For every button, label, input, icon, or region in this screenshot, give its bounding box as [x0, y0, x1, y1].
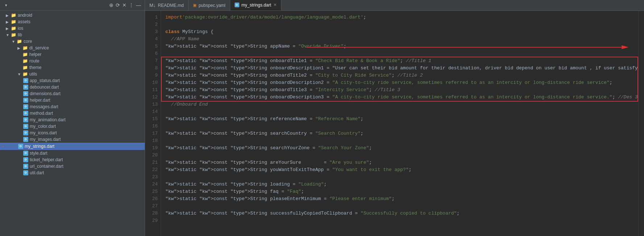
sidebar-item-my_strings[interactable]: → D my_strings.dart [0, 143, 145, 150]
item-label: my_animation.dart [30, 117, 66, 122]
code-line: "kw">static "kw">const "type">String onb… [165, 57, 634, 65]
add-icon[interactable]: ⊕ [109, 2, 113, 8]
code-line: "kw">static "kw">const "type">String ref… [165, 115, 634, 123]
dart-file-icon: D [23, 98, 28, 103]
sidebar-item-ios[interactable]: ▶ 📁 ios [0, 25, 145, 32]
tab-my-strings[interactable]: D my_strings.dart ✕ [230, 0, 281, 11]
dart-file-icon: D [23, 124, 28, 129]
sidebar-item-theme[interactable]: 📁 theme [0, 64, 145, 71]
dart-file-icon: D [23, 130, 28, 135]
collapse-arrow: ▶ [6, 20, 11, 24]
item-label: my_images.dart [30, 137, 61, 142]
collapse-arrow: ▼ [17, 72, 22, 76]
folder-icon: 📁 [11, 19, 16, 24]
sidebar-item-route[interactable]: 📁 route [0, 58, 145, 64]
code-line: "kw">static "kw">const "type">String app… [165, 43, 634, 50]
item-label: style.dart [30, 151, 48, 156]
sidebar-item-my_color[interactable]: D my_color.dart [0, 123, 145, 130]
folder-icon: 📁 [11, 13, 16, 18]
dart-file-icon: D [23, 104, 28, 109]
dart-file-icon: D [23, 137, 28, 142]
sidebar-item-url_container[interactable]: D url_container.dart [0, 163, 145, 170]
sidebar-item-app_status[interactable]: D app_status.dart [0, 77, 145, 84]
sidebar-item-method[interactable]: D method.dart [0, 110, 145, 117]
code-line: "kw">static "kw">const "type">String sea… [165, 130, 634, 137]
tab-readme[interactable]: M↓ README.md [145, 0, 189, 11]
tab-close-icon[interactable]: ✕ [273, 3, 277, 7]
folder-icon: 📁 [22, 58, 28, 64]
code-line [165, 217, 634, 224]
sidebar-item-messages[interactable]: D messages.dart [0, 103, 145, 110]
code-line: "kw">static "kw">const "type">String suc… [165, 210, 634, 217]
code-line: "kw">static "kw">const "type">String sea… [165, 145, 634, 152]
dart-file-icon: D [23, 117, 28, 122]
item-label: lib [18, 32, 22, 37]
file-tree: ▶ 📁 android ▶ 📁 assets ▶ 📁 ios ▼ 📁 lib [0, 11, 145, 236]
sidebar-item-assets[interactable]: ▶ 📁 assets [0, 19, 145, 25]
sidebar-item-util[interactable]: D util.dart [0, 170, 145, 176]
sidebar-item-style[interactable]: D style.dart [0, 150, 145, 156]
editor: M↓ README.md ▣ pubspec.yaml D my_strings… [145, 0, 644, 236]
code-line [165, 108, 634, 115]
code-line [165, 21, 634, 28]
sidebar-item-di_service[interactable]: ▶ 📁 di_service [0, 45, 145, 51]
sidebar-arrow: → [0, 143, 5, 149]
code-line [165, 123, 634, 130]
more-icon[interactable]: ⋮ [129, 2, 134, 8]
sidebar-item-dimensions[interactable]: D dimensions.dart [0, 90, 145, 97]
item-label: url_container.dart [30, 164, 63, 169]
scrollbar-gutter [638, 11, 644, 236]
code-line: class MyStrings { [165, 28, 634, 36]
code-area: 1234567891011121314151617181920212223242… [145, 11, 644, 236]
code-line: "kw">static "kw">const "type">String faq… [165, 188, 634, 195]
item-label: helper [29, 52, 41, 57]
dart-file-icon: D [23, 78, 28, 83]
sidebar-item-utils[interactable]: ▼ 📁 utils [0, 71, 145, 77]
sidebar-item-helper[interactable]: 📁 helper [0, 51, 145, 58]
sidebar-item-my_icons[interactable]: D my_icons.dart [0, 130, 145, 136]
code-line: "kw">static "kw">const "type">String you… [165, 166, 634, 174]
code-line [165, 203, 634, 210]
item-label: app_status.dart [30, 78, 60, 83]
yaml-icon: ▣ [193, 3, 197, 8]
code-line: "kw">static "kw">const "type">String onb… [165, 94, 634, 101]
code-line [165, 174, 634, 181]
sidebar-item-android[interactable]: ▶ 📁 android [0, 12, 145, 19]
code-line: "kw">static "kw">const "type">String loa… [165, 181, 634, 188]
code-line [165, 152, 634, 159]
dart-icon: D [235, 3, 239, 7]
sidebar-item-helper-dart[interactable]: D helper.dart [0, 97, 145, 103]
sidebar-item-lib[interactable]: ▼ 📁 lib [0, 32, 145, 38]
code-content[interactable]: import 'package:ovoride_driver/data/mode… [161, 11, 638, 236]
code-line [165, 50, 634, 57]
item-label: utils [29, 72, 37, 77]
sidebar-item-ticket_helper[interactable]: D ticket_helper.dart [0, 156, 145, 163]
chevron-icon: ▾ [5, 3, 7, 7]
tab-label: my_strings.dart [242, 3, 271, 8]
item-label: util.dart [30, 170, 44, 175]
sidebar-item-my_images[interactable]: D my_images.dart [0, 136, 145, 143]
dart-file-icon: D [23, 157, 28, 162]
sidebar: ▾ ⊕ ⟳ ✕ ⋮ — ▶ 📁 android ▶ 📁 assets ▶ [0, 0, 145, 236]
item-label: theme [29, 65, 41, 70]
sidebar-toolbar: ⊕ ⟳ ✕ ⋮ — [109, 2, 141, 8]
item-label: my_color.dart [30, 124, 56, 129]
tab-bar: M↓ README.md ▣ pubspec.yaml D my_strings… [145, 0, 644, 11]
minimize-icon[interactable]: — [136, 2, 141, 8]
item-label: method.dart [30, 111, 53, 116]
code-line: import 'package:ovoride_driver/data/mode… [165, 14, 634, 21]
collapse-arrow: ▼ [12, 40, 17, 44]
collapse-arrow: ▼ [6, 33, 11, 37]
code-line: //APP Name [165, 36, 634, 43]
sidebar-item-my_animation[interactable]: D my_animation.dart [0, 117, 145, 123]
sidebar-item-core[interactable]: ▼ 📁 core [0, 38, 145, 45]
item-label: route [29, 58, 39, 64]
tab-pubspec[interactable]: ▣ pubspec.yaml [189, 0, 230, 11]
folder-icon: 📁 [11, 26, 16, 31]
dart-file-icon: D [23, 91, 28, 96]
sync-icon[interactable]: ⟳ [116, 2, 120, 8]
tab-label: pubspec.yaml [199, 3, 226, 8]
close-icon[interactable]: ✕ [122, 2, 127, 8]
sidebar-item-debouncer[interactable]: D debouncer.dart [0, 84, 145, 90]
code-line: "kw">static "kw">const "type">String onb… [165, 65, 634, 72]
